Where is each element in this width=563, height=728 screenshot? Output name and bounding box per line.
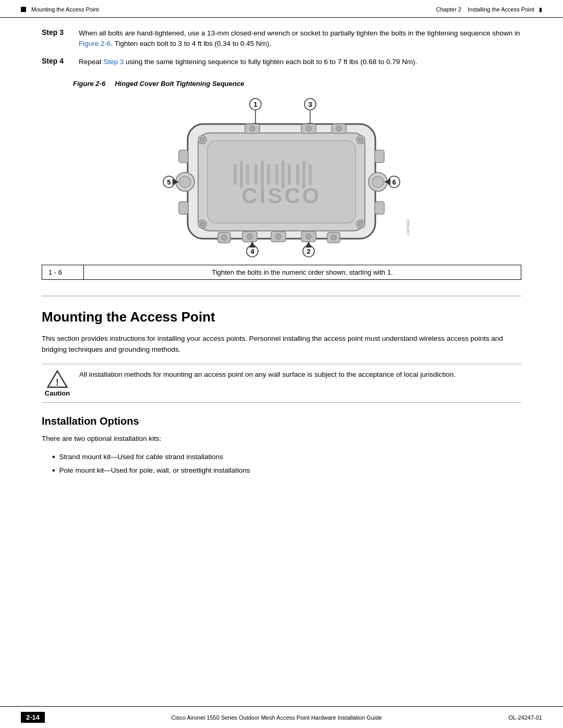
svg-point-35	[336, 126, 341, 131]
svg-point-47	[306, 234, 311, 239]
svg-text:2550267: 2550267	[406, 219, 410, 236]
svg-point-49	[331, 235, 336, 240]
caution-triangle-icon: !	[47, 369, 68, 388]
svg-text:5: 5	[167, 178, 170, 186]
svg-rect-20	[302, 161, 305, 189]
svg-rect-15	[267, 164, 270, 185]
svg-text:CISCO: CISCO	[241, 183, 321, 208]
caution-icon-area: ! Caution	[42, 369, 73, 397]
list-item-2-text: Pole mount kit—Used for pole, wall, or s…	[59, 465, 250, 476]
svg-rect-53	[375, 202, 384, 214]
header-square-icon	[21, 7, 26, 12]
svg-point-33	[306, 126, 311, 131]
svg-point-45	[276, 234, 281, 239]
step-4-text-after: using the same tightening sequence to fu…	[124, 58, 417, 66]
step-4-text: Repeat Step 3 using the same tightening …	[79, 57, 417, 67]
figure-2-6-link[interactable]: Figure 2-6	[79, 40, 111, 47]
caution-text: All installation methods for mounting an…	[79, 369, 521, 380]
page-footer: 2-14 Cisco Aironet 1550 Series Outdoor M…	[0, 706, 563, 728]
svg-rect-16	[275, 164, 278, 185]
step-3-label: Step 3	[42, 28, 70, 50]
page-header: Mounting the Access Point Chapter 2 Inst…	[0, 0, 563, 18]
svg-text:4: 4	[250, 248, 254, 255]
figure-caption: Figure 2-6 Hinged Cover Bolt Tightening …	[42, 80, 521, 88]
svg-rect-14	[261, 161, 264, 189]
step-3-row: Step 3 When all bolts are hand-tightened…	[42, 28, 521, 50]
figure-table-description: Tighten the bolts in the numeric order s…	[84, 265, 521, 279]
figure-number-label: Figure 2-6	[73, 80, 105, 88]
svg-point-39	[372, 176, 384, 188]
svg-rect-17	[282, 161, 285, 189]
svg-point-43	[247, 234, 252, 239]
figure-section: Figure 2-6 Hinged Cover Bolt Tightening …	[42, 80, 521, 280]
step-3-text: When all bolts are hand-tightened, use a…	[79, 28, 521, 50]
mounting-section-heading: Mounting the Access Point	[42, 309, 521, 325]
step-4-text-before: Repeat	[79, 58, 103, 66]
svg-rect-51	[179, 202, 188, 214]
svg-text:2: 2	[307, 248, 310, 255]
svg-rect-12	[246, 164, 249, 185]
svg-rect-21	[309, 164, 312, 185]
svg-text:6: 6	[392, 178, 396, 186]
device-diagram: 1 3 CISCO	[146, 94, 417, 261]
figure-table-range: 1 - 6	[42, 265, 84, 279]
header-section-label: Mounting the Access Point	[31, 6, 99, 13]
svg-point-29	[359, 222, 363, 226]
svg-rect-19	[296, 164, 299, 185]
svg-rect-13	[254, 164, 258, 185]
header-chapter-label: Chapter 2	[436, 6, 461, 13]
installation-options-heading: Installation Options	[42, 415, 521, 427]
svg-rect-18	[288, 164, 291, 185]
header-left: Mounting the Access Point	[21, 6, 99, 13]
list-item-1-text: Strand mount kit—Used for cable strand i…	[59, 452, 223, 462]
step-4-label: Step 4	[42, 57, 70, 67]
svg-text:!: !	[56, 377, 59, 388]
step-3-link[interactable]: Step 3	[103, 58, 124, 66]
figure-table-row: 1 - 6 Tighten the bolts in the numeric o…	[42, 265, 521, 279]
header-chapter-title: Installing the Access Point	[468, 6, 534, 13]
list-item: Strand mount kit—Used for cable strand i…	[52, 452, 521, 462]
footer-center-text: Cisco Aironet 1550 Series Outdoor Mesh A…	[172, 714, 382, 721]
caution-block: ! Caution All installation methods for m…	[42, 364, 521, 403]
figure-table: 1 - 6 Tighten the bolts in the numeric o…	[42, 265, 521, 280]
caution-label: Caution	[45, 389, 70, 397]
footer-right-text: OL-24247-01	[508, 714, 542, 721]
svg-rect-11	[240, 161, 243, 189]
step-3-text-after: . Tighten each bolt to 3 to 4 ft lbs (0.…	[111, 40, 272, 47]
mounting-section-body: This section provides instructions for i…	[42, 334, 521, 355]
main-content: Step 3 When all bolts are hand-tightened…	[0, 18, 563, 510]
step-4-row: Step 4 Repeat Step 3 using the same tigh…	[42, 57, 521, 67]
installation-options-intro: There are two optional installation kits…	[42, 434, 521, 445]
installation-options-list: Strand mount kit—Used for cable strand i…	[42, 452, 521, 476]
svg-text:3: 3	[308, 101, 312, 108]
svg-point-31	[250, 126, 255, 131]
svg-rect-52	[375, 150, 384, 163]
svg-point-25	[359, 138, 363, 142]
svg-rect-50	[179, 150, 188, 163]
list-item: Pole mount kit—Used for pole, wall, or s…	[52, 465, 521, 476]
section-divider	[42, 295, 521, 297]
svg-text:1: 1	[253, 101, 257, 108]
svg-point-27	[200, 222, 204, 226]
figure-title: Hinged Cover Bolt Tightening Sequence	[115, 80, 244, 88]
header-right: Chapter 2 Installing the Access Point ▮	[436, 6, 542, 13]
svg-point-37	[179, 176, 191, 188]
page-number: 2-14	[21, 712, 45, 723]
svg-point-23	[200, 138, 204, 142]
svg-point-41	[222, 235, 227, 240]
step-3-text-before: When all bolts are hand-tightened, use a…	[79, 29, 520, 37]
svg-rect-10	[234, 164, 237, 185]
